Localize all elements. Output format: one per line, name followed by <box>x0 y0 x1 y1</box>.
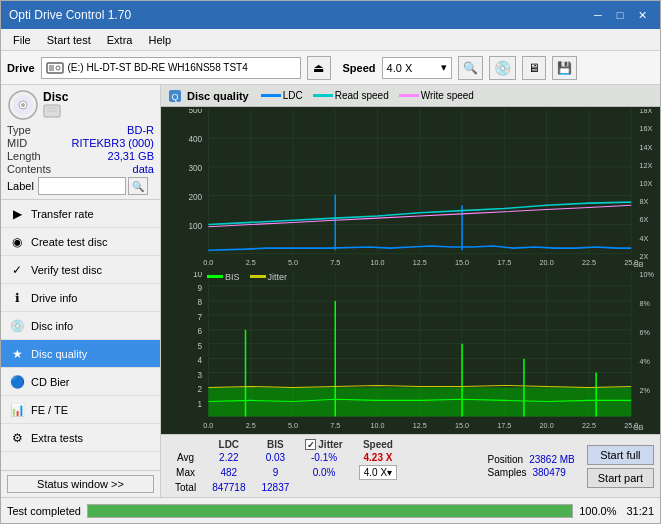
app-title: Opti Drive Control 1.70 <box>9 8 588 22</box>
bis-legend: BIS <box>225 272 240 282</box>
speed-selector[interactable]: 4.0 X ▾ <box>382 57 452 79</box>
svg-text:1: 1 <box>198 398 203 408</box>
sidebar-item-create-test-disc[interactable]: ◉ Create test disc <box>1 228 160 256</box>
chart-header-icon: Q <box>169 90 181 102</box>
read-legend-label: Read speed <box>335 90 389 101</box>
svg-text:17.5: 17.5 <box>497 258 511 267</box>
status-window-button[interactable]: Status window >> <box>7 475 154 493</box>
speed-label: Speed <box>343 62 376 74</box>
svg-rect-94 <box>208 387 631 416</box>
create-test-disc-icon: ◉ <box>9 234 25 250</box>
label-label: Label <box>7 180 34 192</box>
sidebar-item-disc-info[interactable]: 💿 Disc info <box>1 312 160 340</box>
jitter-checkbox[interactable]: ✓ <box>305 439 316 450</box>
transfer-rate-icon: ▶ <box>9 206 25 222</box>
svg-text:8%: 8% <box>639 299 650 308</box>
svg-text:2: 2 <box>198 383 203 393</box>
speed-value: 4.0 X <box>387 62 413 74</box>
jitter-header: Jitter <box>318 439 342 450</box>
menu-extra[interactable]: Extra <box>99 32 141 48</box>
action-buttons: Start full Start part <box>587 445 654 488</box>
charts-area: 500 400 300 200 100 18X 16X 14X 12X 10X … <box>161 107 660 434</box>
svg-text:2%: 2% <box>639 385 650 394</box>
svg-text:Q: Q <box>171 92 178 102</box>
start-part-button[interactable]: Start part <box>587 468 654 488</box>
svg-text:500: 500 <box>188 109 202 115</box>
sidebar-item-fe-te[interactable]: 📊 FE / TE <box>1 396 160 424</box>
extra-tests-icon: ⚙ <box>9 430 25 446</box>
drive-selector[interactable]: (E:) HL-DT-ST BD-RE WH16NS58 TST4 <box>41 57 301 79</box>
svg-text:300: 300 <box>188 163 202 173</box>
jitter-max: 0.0% <box>297 464 350 481</box>
legend: LDC Read speed Write speed <box>261 90 474 101</box>
progress-bar-outer <box>87 504 573 518</box>
window-controls: ─ □ ✕ <box>588 6 652 24</box>
sidebar-item-cd-bier[interactable]: 🔵 CD Bier <box>1 368 160 396</box>
label-icon-button[interactable]: 🔍 <box>128 177 148 195</box>
speed-select-cell[interactable]: 4.0 X▾ <box>351 464 405 481</box>
save-button[interactable]: 💾 <box>552 56 577 80</box>
svg-text:17.5: 17.5 <box>497 421 511 430</box>
menu-starttest[interactable]: Start test <box>39 32 99 48</box>
status-text: Test completed <box>7 505 81 517</box>
speed-dropdown[interactable]: 4.0 X▾ <box>359 465 397 480</box>
minimize-button[interactable]: ─ <box>588 6 608 24</box>
svg-text:6X: 6X <box>639 215 648 224</box>
bis-avg: 0.03 <box>254 451 298 464</box>
samples-val: 380479 <box>532 467 565 478</box>
info-button[interactable]: 🖥 <box>522 56 546 80</box>
ldc-max: 482 <box>204 464 253 481</box>
disc-section-title: Disc <box>43 90 68 104</box>
svg-text:7.5: 7.5 <box>330 421 340 430</box>
maximize-button[interactable]: □ <box>610 6 630 24</box>
sidebar-item-verify-test-disc[interactable]: ✓ Verify test disc <box>1 256 160 284</box>
mid-label: MID <box>7 137 27 149</box>
svg-text:0.0: 0.0 <box>203 421 213 430</box>
eject-button[interactable]: ⏏ <box>307 56 331 80</box>
extra-tests-label: Extra tests <box>31 432 83 444</box>
svg-text:14X: 14X <box>639 143 652 152</box>
svg-text:GB: GB <box>633 423 644 432</box>
drive-label: Drive <box>7 62 35 74</box>
write-legend-label: Write speed <box>421 90 474 101</box>
svg-text:7.5: 7.5 <box>330 258 340 267</box>
speed-stat-val: 4.23 X <box>351 451 405 464</box>
stat-col-speed: Speed <box>351 438 405 451</box>
stats-panel: LDC BIS ✓ Jitter Speed <box>161 434 660 497</box>
start-full-button[interactable]: Start full <box>587 445 654 465</box>
sidebar-item-extra-tests[interactable]: ⚙ Extra tests <box>1 424 160 452</box>
cd-bier-label: CD Bier <box>31 376 70 388</box>
svg-text:22.5: 22.5 <box>582 258 596 267</box>
svg-rect-1 <box>49 65 54 71</box>
svg-text:4: 4 <box>198 354 203 364</box>
svg-text:2.5: 2.5 <box>246 258 256 267</box>
sidebar-item-transfer-rate[interactable]: ▶ Transfer rate <box>1 200 160 228</box>
burn-button[interactable]: 💿 <box>489 56 516 80</box>
svg-text:8X: 8X <box>639 197 648 206</box>
menu-help[interactable]: Help <box>140 32 179 48</box>
sidebar-item-drive-info[interactable]: ℹ Drive info <box>1 284 160 312</box>
drive-info-icon: ℹ <box>9 290 25 306</box>
time-text: 31:21 <box>626 505 654 517</box>
svg-text:200: 200 <box>188 192 202 202</box>
menu-file[interactable]: File <box>5 32 39 48</box>
mid-value: RITEKBR3 (000) <box>71 137 154 149</box>
drive-value: (E:) HL-DT-ST BD-RE WH16NS58 TST4 <box>68 62 248 73</box>
bottom-chart-svg: 10 9 8 7 6 5 4 3 2 1 10% 8% 6% <box>163 272 658 433</box>
svg-text:20.0: 20.0 <box>540 258 554 267</box>
sidebar-item-disc-quality[interactable]: ★ Disc quality <box>1 340 160 368</box>
main-area: Disc Type BD-R MID RITEKBR3 (000) Length… <box>1 85 660 497</box>
label-input[interactable] <box>38 177 126 195</box>
position-label: Position <box>488 454 524 465</box>
drive-info-label: Drive info <box>31 292 77 304</box>
bottom-legend: BIS Jitter <box>207 272 287 282</box>
svg-rect-12 <box>163 109 658 270</box>
position-info: Position 23862 MB Samples 380479 <box>488 454 575 478</box>
close-button[interactable]: ✕ <box>632 6 652 24</box>
jitter-avg: -0.1% <box>297 451 350 464</box>
scan-button[interactable]: 🔍 <box>458 56 483 80</box>
create-test-disc-label: Create test disc <box>31 236 107 248</box>
write-legend-color <box>399 94 419 97</box>
ldc-legend-label: LDC <box>283 90 303 101</box>
svg-text:22.5: 22.5 <box>582 421 596 430</box>
